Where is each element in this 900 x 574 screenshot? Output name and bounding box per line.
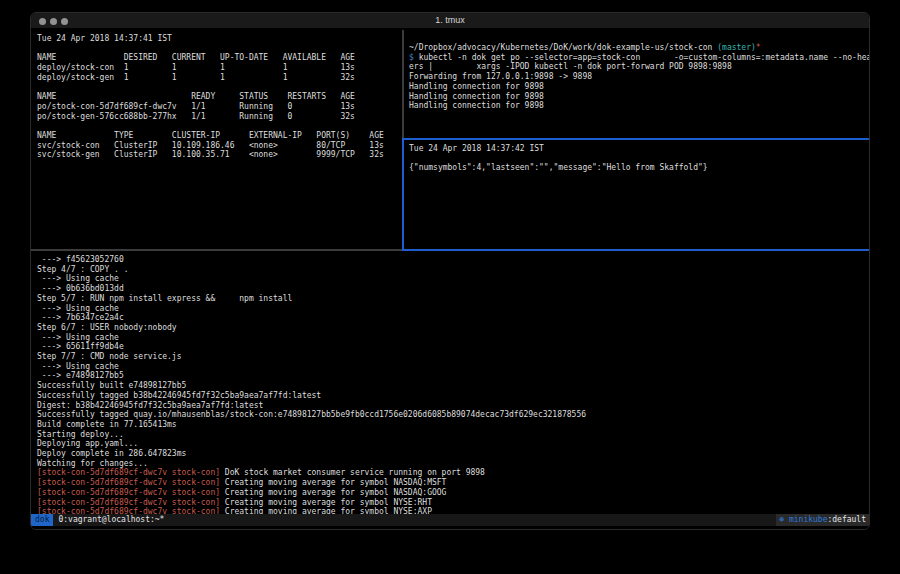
- port-forward-output: ers | xargs -IPOD kubectl -n dok port-fo…: [409, 62, 869, 111]
- tmux-status-bar: dok 0:vagrant@localhost:~* ☸ minikube:de…: [31, 514, 869, 526]
- pane-skaffold-log[interactable]: ---> f45623052760 Step 4/7 : COPY . . --…: [31, 251, 869, 517]
- pane-curl-output[interactable]: Tue 24 Apr 2018 14:37:42 IST {"numsymbol…: [404, 140, 869, 249]
- window-title: 1. tmux: [31, 15, 869, 25]
- pod-log-text: Creating moving average for symbol NASDA…: [220, 478, 446, 487]
- kube-namespace: :default: [827, 514, 866, 526]
- pane-kubectl-watch[interactable]: Tue 24 Apr 2018 14:37:41 IST NAME DESIRE…: [31, 30, 402, 249]
- terminal-content: Tue 24 Apr 2018 14:37:41 IST NAME DESIRE…: [31, 30, 869, 529]
- kubectl-watch-output: Tue 24 Apr 2018 14:37:41 IST NAME DESIRE…: [37, 34, 402, 160]
- shell-prompt-path: ~/Dropbox/advocacy/Kubernetes/DoK/work/d…: [409, 43, 869, 53]
- window-titlebar[interactable]: 1. tmux: [31, 13, 869, 29]
- pod-log-line: [stock-con-5d7df689cf-dwc7v stock-con] C…: [37, 498, 869, 508]
- pod-log-prefix: [stock-con-5d7df689cf-dwc7v stock-con]: [37, 478, 220, 487]
- pod-log-text: Creating moving average for symbol NASDA…: [220, 488, 446, 497]
- terminal-window: 1. tmux Tue 24 Apr 2018 14:37:41 IST NAM…: [30, 12, 870, 530]
- pod-log-text: Creating moving average for symbol NYSE:…: [220, 498, 432, 507]
- window-tab-label[interactable]: 0:vagrant@localhost:~*: [58, 514, 164, 526]
- cwd-path: ~/Dropbox/advocacy/Kubernetes/DoK/work/d…: [409, 43, 717, 52]
- kube-context-segment: ☸ minikube:default: [776, 514, 869, 526]
- desktop-background: 1. tmux Tue 24 Apr 2018 14:37:41 IST NAM…: [0, 0, 900, 574]
- pod-log-prefix: [stock-con-5d7df689cf-dwc7v stock-con]: [37, 498, 220, 507]
- command-text: kubectl -n dok get po --selector=app=sto…: [414, 53, 869, 62]
- pod-log-prefix: [stock-con-5d7df689cf-dwc7v stock-con]: [37, 488, 220, 497]
- pod-log-prefix: [stock-con-5d7df689cf-dwc7v stock-con]: [37, 468, 220, 477]
- session-name-badge[interactable]: dok: [31, 514, 53, 526]
- service-response-output: Tue 24 Apr 2018 14:37:42 IST {"numsymbol…: [409, 144, 869, 173]
- kube-context-name: minikube: [784, 514, 827, 526]
- git-branch: (master): [717, 43, 756, 52]
- pod-log-line: [stock-con-5d7df689cf-dwc7v stock-con] D…: [37, 468, 869, 478]
- git-dirty-marker: *: [756, 43, 761, 52]
- pod-log-text: DoK stock market consumer service runnin…: [220, 468, 485, 477]
- docker-build-output: ---> f45623052760 Step 4/7 : COPY . . --…: [37, 255, 869, 468]
- pane-port-forward[interactable]: ~/Dropbox/advocacy/Kubernetes/DoK/work/d…: [404, 30, 869, 138]
- shell-command-line: $ kubectl -n dok get po --selector=app=s…: [409, 53, 869, 63]
- pod-log-line: [stock-con-5d7df689cf-dwc7v stock-con] C…: [37, 478, 869, 488]
- pod-log-line: [stock-con-5d7df689cf-dwc7v stock-con] C…: [37, 488, 869, 498]
